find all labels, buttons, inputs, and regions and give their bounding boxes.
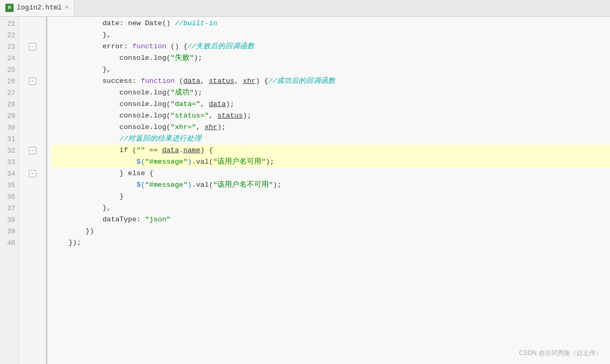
gutter-cell [19,179,46,191]
gutter-cell [19,214,46,226]
code-line: date: new Date() //built-in [51,18,610,29]
line-number: 39 [0,226,18,237]
line-number: 32 [0,145,18,156]
editor-container: H login2.html × 212223242526272829303132… [0,0,610,364]
gutter: −−−− [19,17,46,364]
line-number: 36 [0,191,18,202]
line-number: 23 [0,41,18,52]
line-number: 25 [0,64,18,76]
code-line: console.log("data=", data); [51,99,610,110]
line-number: 34 [0,168,18,179]
gutter-cell [19,226,46,237]
fold-icon[interactable]: − [29,170,36,177]
line-number: 22 [0,29,18,41]
code-line: success: function (data, status, xhr) {/… [51,76,610,87]
code-line: console.log("xhr=", xhr); [51,122,610,133]
line-number: 37 [0,202,18,214]
line-number: 30 [0,122,18,133]
fold-icon[interactable]: − [29,43,36,50]
gutter-cell: − [19,145,46,156]
editor-body: 2122232425262728293031323334353637383940… [0,17,610,364]
code-line: } else { [51,168,610,179]
gutter-cell [19,133,46,145]
gutter-cell [19,18,46,29]
code-line: $("#message").val("该用户名可用"); [51,156,610,168]
line-number: 33 [0,156,18,168]
code-line: console.log("成功"); [51,87,610,99]
code-line: }, [51,202,610,214]
tab-bar: H login2.html × [0,0,610,17]
gutter-cell: − [19,41,46,52]
code-area[interactable]: date: new Date() //built-in }, error: fu… [47,17,610,364]
code-line: } [51,191,610,202]
editor-tab[interactable]: H login2.html × [0,0,75,16]
fold-icon[interactable]: − [29,78,36,85]
tab-close-button[interactable]: × [65,4,69,12]
gutter-cell: − [19,168,46,179]
line-number: 28 [0,99,18,110]
gutter-cell: − [19,76,46,87]
code-line: //对返回的结果进行处理 [51,133,610,145]
gutter-cell [19,64,46,76]
code-line: }, [51,64,610,76]
code-line: console.log("status=", status); [51,110,610,122]
code-line: }) [51,226,610,237]
line-number: 27 [0,87,18,99]
code-line: dataType: "json" [51,214,610,226]
gutter-cell [19,110,46,122]
code-line: console.log("失败"); [51,52,610,64]
tab-file-icon: H [5,4,14,12]
code-line: error: function () {//失败后的回调函数 [51,41,610,52]
line-number: 38 [0,214,18,226]
line-number: 40 [0,237,18,249]
code-line: $("#message").val("该用户名不可用"); [51,179,610,191]
line-number: 29 [0,110,18,122]
line-number: 31 [0,133,18,145]
code-line: }, [51,29,610,41]
gutter-cell [19,99,46,110]
gutter-cell [19,122,46,133]
code-line: }); [51,237,610,249]
gutter-cell [19,202,46,214]
gutter-cell [19,52,46,64]
fold-icon[interactable]: − [29,147,36,154]
gutter-cell [19,29,46,41]
line-number: 24 [0,52,18,64]
watermark: CSDN @吉冈秀隆（赵志伟） [519,349,602,358]
tab-filename: login2.html [17,4,62,12]
code-line: if ("" == data.name) { [51,145,610,156]
line-numbers: 2122232425262728293031323334353637383940 [0,17,19,364]
gutter-cell [19,156,46,168]
gutter-cell [19,87,46,99]
gutter-cell [19,237,46,249]
line-number: 35 [0,179,18,191]
line-number: 21 [0,18,18,29]
line-number: 26 [0,76,18,87]
gutter-cell [19,191,46,202]
